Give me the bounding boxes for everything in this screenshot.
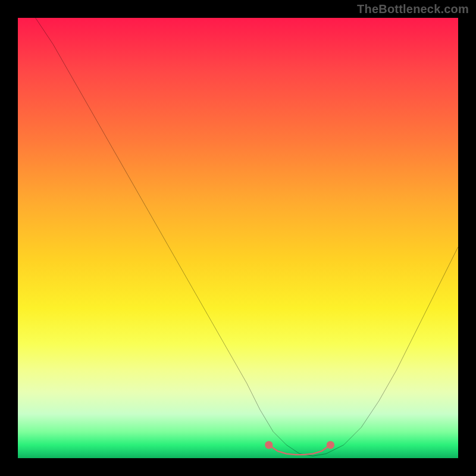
- optimal-range-marker: [269, 445, 331, 455]
- marker-dot-right: [327, 441, 334, 449]
- marker-dot-left: [265, 441, 273, 449]
- plot-area: [18, 18, 458, 458]
- bottleneck-curve: [36, 18, 458, 456]
- watermark-text: TheBottleneck.com: [357, 2, 469, 16]
- chart-frame: TheBottleneck.com: [0, 0, 476, 476]
- curve-overlay: [18, 18, 458, 458]
